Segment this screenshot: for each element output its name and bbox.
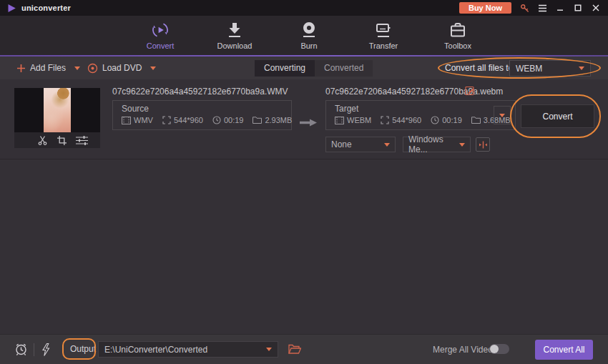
source-duration: 00:19 (212, 116, 244, 124)
format-dropdown-icon (579, 67, 584, 70)
add-files-button[interactable]: Add Files (16, 56, 80, 79)
file-row-separator (0, 159, 608, 159)
alarm-clock-icon (14, 343, 28, 357)
tab-convert[interactable]: Convert (137, 21, 183, 50)
tab-download[interactable]: Download (212, 21, 258, 50)
resolution-icon (381, 116, 389, 124)
convert-state-tabs: Converting Converted (255, 60, 373, 77)
target-format-dropdown-button[interactable] (494, 106, 511, 124)
resolution-icon (162, 116, 171, 124)
tab-convert-label: Convert (147, 41, 175, 50)
open-folder-button[interactable] (288, 344, 301, 354)
trim-video-button[interactable] (37, 136, 48, 145)
source-filename: 07c9622e7206a4a45927182e6770ba9a.WMV (112, 87, 288, 97)
tab-toolbox-label: Toolbox (444, 41, 471, 50)
output-format-select[interactable]: WEBM (509, 60, 591, 77)
title-bar: uniconverter Buy Now (0, 0, 608, 16)
toggle-knob (490, 345, 499, 353)
toolbar: Add Files Load DVD Converting Converted … (0, 56, 608, 79)
thumbnail-toolbar (14, 132, 100, 148)
source-to-target-arrow-icon (300, 117, 317, 129)
close-button[interactable] (591, 3, 601, 13)
tab-converting[interactable]: Converting (255, 60, 315, 77)
add-files-label: Add Files (30, 63, 66, 73)
lightning-icon (41, 343, 50, 356)
target-info-panel: Target WEBM 544*960 00:19 3.68MB (325, 100, 516, 130)
buy-now-button[interactable]: Buy Now (459, 2, 511, 14)
clock-icon (431, 116, 439, 124)
compare-trim-button[interactable] (476, 137, 490, 152)
download-icon (225, 21, 244, 39)
effects-button[interactable] (76, 136, 88, 145)
plus-icon (16, 64, 26, 73)
app-logo-icon (7, 4, 16, 13)
tab-burn[interactable]: Burn (286, 21, 332, 50)
load-dvd-label: Load DVD (102, 63, 142, 73)
target-duration: 00:19 (431, 116, 462, 124)
chevron-down-icon (384, 143, 390, 147)
open-folder-icon (288, 344, 301, 354)
target-panel-label: Target (335, 104, 515, 114)
main-nav: Convert Download Burn Transfer Toolbox (0, 16, 608, 55)
uniconverter-window: uniconverter Buy Now (0, 0, 608, 364)
output-path-value: E:\UniConverter\Converted (104, 345, 207, 355)
add-files-dropdown-icon[interactable] (74, 67, 80, 70)
output-label: Output (70, 344, 96, 354)
tab-toolbox[interactable]: Toolbox (435, 21, 481, 50)
target-filename: 07c9622e7206a4a45927182e6770ba9a.webm (325, 87, 503, 97)
toolbox-icon (448, 21, 467, 39)
maximize-button[interactable] (573, 3, 583, 13)
target-format: WEBM (335, 116, 371, 124)
merge-all-videos-toggle[interactable] (489, 344, 509, 354)
crop-icon (57, 136, 67, 145)
scissors-icon (37, 136, 48, 145)
source-panel-label: Source (122, 104, 291, 114)
transfer-icon (374, 21, 393, 39)
trim-marker-icon (479, 140, 488, 149)
app-title: uniconverter (21, 4, 71, 12)
tab-transfer[interactable]: Transfer (361, 21, 406, 50)
chevron-down-icon (499, 114, 505, 117)
high-speed-button[interactable] (41, 343, 50, 356)
clock-icon (212, 116, 221, 124)
merge-all-videos-label: Merge All Videos (433, 345, 497, 355)
film-icon (335, 117, 344, 124)
schedule-button[interactable] (14, 343, 28, 357)
source-format: WMV (122, 116, 153, 124)
rename-button[interactable] (465, 85, 476, 99)
thumbnail-image (44, 88, 71, 132)
convert-icon (151, 21, 170, 39)
target-resolution: 544*960 (381, 116, 421, 124)
source-size: 2.93MB (252, 116, 292, 124)
chevron-down-icon (459, 143, 465, 147)
menu-icon[interactable] (537, 3, 547, 13)
video-thumbnail[interactable] (14, 88, 100, 148)
tab-burn-label: Burn (300, 41, 317, 50)
crop-video-button[interactable] (57, 136, 67, 145)
film-icon (122, 117, 131, 124)
convert-all-button[interactable]: Convert All (535, 340, 593, 360)
register-key-icon[interactable] (519, 3, 529, 13)
load-dvd-button[interactable]: Load DVD (87, 56, 156, 79)
bottom-divider (34, 343, 34, 356)
tab-transfer-label: Transfer (369, 41, 398, 50)
output-format-value: WEBM (516, 64, 542, 74)
folder-icon (252, 117, 262, 124)
chevron-down-icon (266, 348, 272, 351)
source-resolution: 544*960 (162, 116, 203, 124)
encoder-select[interactable]: Windows Me... (403, 137, 471, 152)
encoder-select-value: Windows Me... (408, 134, 459, 154)
effect-select-value: None (331, 139, 352, 149)
tab-converted[interactable]: Converted (315, 60, 373, 77)
output-path-select[interactable]: E:\UniConverter\Converted (98, 341, 278, 358)
edit-pencil-icon (465, 85, 476, 96)
minimize-button[interactable] (555, 3, 565, 13)
source-info-panel: Source WMV 544*960 00:19 2.93MB (112, 100, 292, 130)
burn-icon (300, 21, 318, 39)
convert-all-files-label: Convert all files to: (445, 63, 516, 73)
sliders-icon (76, 136, 88, 145)
effect-select[interactable]: None (325, 137, 396, 152)
tab-download-label: Download (217, 41, 252, 50)
convert-button[interactable]: Convert (521, 104, 594, 128)
load-dvd-dropdown-icon[interactable] (150, 67, 156, 70)
